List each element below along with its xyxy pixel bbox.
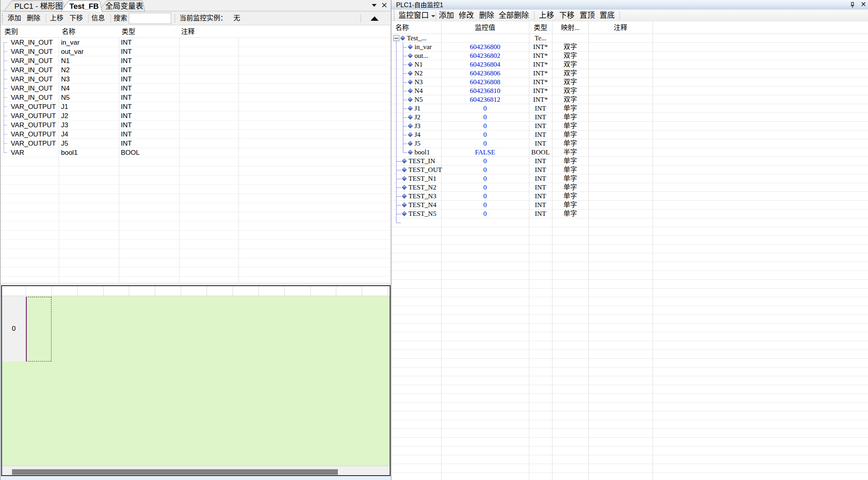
watch-modify-button[interactable]: 修改 bbox=[459, 10, 474, 22]
tab-list-dropdown-icon[interactable] bbox=[372, 4, 377, 7]
watch-row[interactable]: J3 0 INT 单字 bbox=[391, 122, 868, 130]
variable-gem-icon bbox=[408, 79, 413, 85]
watch-row[interactable]: N4 604236810 INT* 双字 bbox=[391, 87, 868, 95]
variable-gem-icon bbox=[408, 71, 413, 76]
variable-row[interactable]: VAR_IN_OUT N2 INT bbox=[0, 65, 391, 75]
watch-mapping: 双字 bbox=[552, 69, 588, 78]
toolbar-separator bbox=[88, 14, 89, 23]
column-header-name[interactable]: 名称 bbox=[395, 22, 409, 34]
watch-row[interactable]: TEST_N5 0 INT 单字 bbox=[391, 209, 868, 218]
watch-delete-button[interactable]: 删除 bbox=[479, 10, 494, 22]
variable-row[interactable]: VAR_OUTPUT J4 INT bbox=[0, 130, 391, 139]
watch-move-up-button[interactable]: 上移 bbox=[539, 10, 554, 22]
column-header-name[interactable]: 名称 bbox=[62, 26, 75, 38]
delete-variable-button[interactable]: 删除 bbox=[27, 12, 40, 25]
watch-row[interactable]: N1 604236804 INT* 双字 bbox=[391, 60, 868, 69]
watch-type: Te... bbox=[529, 34, 552, 43]
watch-type: INT bbox=[529, 113, 552, 122]
variable-row[interactable]: VAR_IN_OUT out_var INT bbox=[0, 47, 391, 56]
horizontal-splitter[interactable] bbox=[0, 282, 391, 285]
variable-row[interactable]: VAR_IN_OUT N1 INT bbox=[0, 56, 391, 65]
tree-branch bbox=[403, 144, 407, 144]
variable-category: VAR bbox=[11, 148, 24, 157]
watch-to-bottom-button[interactable]: 置底 bbox=[600, 10, 615, 22]
watch-close-icon[interactable]: × bbox=[860, 0, 866, 9]
scrollbar-thumb[interactable] bbox=[12, 469, 338, 475]
variable-category: VAR_OUTPUT bbox=[11, 111, 56, 120]
watch-row[interactable]: TEST_N2 0 INT 单字 bbox=[391, 183, 868, 192]
tree-collapse-icon[interactable] bbox=[393, 35, 399, 41]
watch-row[interactable]: N3 604236808 INT* 双字 bbox=[391, 78, 868, 87]
variable-category: VAR_IN_OUT bbox=[11, 75, 53, 84]
variable-row[interactable]: VAR_IN_OUT in_var INT bbox=[0, 38, 391, 47]
watch-mapping: 双字 bbox=[552, 78, 588, 87]
watch-row[interactable]: N5 604236812 INT* 双字 bbox=[391, 95, 868, 104]
watch-type: INT* bbox=[529, 95, 552, 104]
watch-row[interactable]: TEST_N3 0 INT 单字 bbox=[391, 192, 868, 201]
column-header-mapping[interactable]: 映射... bbox=[552, 22, 588, 34]
pin-icon[interactable] bbox=[849, 2, 856, 8]
column-header-value[interactable]: 监控值 bbox=[441, 22, 529, 34]
variable-row[interactable]: VAR_IN_OUT N4 INT bbox=[0, 84, 391, 93]
info-button[interactable]: 信息 bbox=[91, 12, 105, 25]
search-input[interactable] bbox=[129, 13, 171, 24]
tree-branch bbox=[4, 125, 7, 125]
tree-line bbox=[396, 139, 397, 148]
toolbar-separator bbox=[361, 14, 361, 23]
watch-row[interactable]: in_var 604236800 INT* 双字 bbox=[391, 43, 868, 51]
tab-test-fb[interactable]: Test_FB bbox=[69, 0, 99, 12]
variable-row[interactable]: VAR_IN_OUT N3 INT bbox=[0, 75, 391, 84]
watch-row[interactable]: J1 0 INT 单字 bbox=[391, 104, 868, 113]
watch-move-down-button[interactable]: 下移 bbox=[559, 10, 574, 22]
watch-add-button[interactable]: 添加 bbox=[439, 10, 454, 22]
watch-row[interactable]: J4 0 INT 单字 bbox=[391, 130, 868, 139]
watch-window-menu[interactable]: 监控窗口 bbox=[398, 10, 429, 22]
tree-line bbox=[396, 69, 397, 78]
column-header-comment[interactable]: 注释 bbox=[588, 22, 653, 34]
column-header-type[interactable]: 类型 bbox=[529, 22, 552, 34]
watch-row[interactable]: Test_... Te... bbox=[391, 34, 868, 43]
pane-close-icon[interactable]: × bbox=[381, 0, 388, 11]
collapse-up-icon[interactable] bbox=[371, 16, 379, 21]
watch-to-top-button[interactable]: 置顶 bbox=[580, 10, 595, 22]
watch-row[interactable]: TEST_N4 0 INT 单字 bbox=[391, 201, 868, 209]
variable-gem-icon bbox=[402, 211, 407, 216]
move-up-button[interactable]: 上移 bbox=[50, 12, 63, 25]
watch-row[interactable]: N2 604236806 INT* 双字 bbox=[391, 69, 868, 78]
variable-row[interactable]: VAR_OUTPUT J5 INT bbox=[0, 139, 391, 148]
variable-row[interactable]: VAR_OUTPUT J3 INT bbox=[0, 120, 391, 130]
watch-type: INT bbox=[529, 104, 552, 113]
watch-name: TEST_N5 bbox=[408, 209, 436, 218]
ladder-selected-cell[interactable] bbox=[26, 297, 51, 361]
move-down-button[interactable]: 下移 bbox=[69, 12, 83, 25]
watch-type: INT* bbox=[529, 69, 552, 78]
watch-row[interactable]: TEST_OUT 0 INT 单字 bbox=[391, 166, 868, 174]
menu-dropdown-icon[interactable] bbox=[431, 15, 435, 17]
watch-row[interactable]: TEST_N1 0 INT 单字 bbox=[391, 174, 868, 183]
watch-delete-all-button[interactable]: 全部删除 bbox=[499, 10, 529, 22]
variable-row[interactable]: VAR bool1 BOOL bbox=[0, 148, 391, 157]
tree-branch bbox=[403, 135, 407, 135]
tab-global-vars[interactable]: 全局变量表 bbox=[105, 0, 143, 12]
watch-row[interactable]: out... 604236802 INT* 双字 bbox=[391, 51, 868, 60]
column-header-comment[interactable]: 注释 bbox=[181, 26, 195, 38]
variable-category: VAR_IN_OUT bbox=[11, 47, 53, 56]
variable-gem-icon bbox=[408, 88, 413, 93]
variable-row[interactable]: VAR_OUTPUT J1 INT bbox=[0, 102, 391, 111]
ladder-horizontal-scrollbar[interactable] bbox=[2, 466, 390, 475]
add-variable-button[interactable]: 添加 bbox=[8, 12, 21, 25]
variable-gem-icon bbox=[408, 44, 413, 49]
ladder-row-header[interactable]: 0 bbox=[2, 296, 26, 361]
column-header-type[interactable]: 类型 bbox=[122, 26, 135, 38]
column-header-category[interactable]: 类别 bbox=[4, 26, 18, 38]
watch-name: out... bbox=[414, 51, 428, 60]
variable-row[interactable]: VAR_OUTPUT J2 INT bbox=[0, 111, 391, 120]
watch-row[interactable]: J2 0 INT 单字 bbox=[391, 113, 868, 122]
current-instance-value: 无 bbox=[233, 12, 240, 25]
watch-row[interactable]: TEST_IN 0 INT 单字 bbox=[391, 157, 868, 166]
variable-row[interactable]: VAR_IN_OUT N5 INT bbox=[0, 93, 391, 102]
watch-row[interactable]: J5 0 INT 单字 bbox=[391, 139, 868, 148]
watch-row[interactable]: bool1 FALSE BOOL 半字 bbox=[391, 148, 868, 157]
tab-plc1-ladder[interactable]: PLC1 - 梯形图 bbox=[14, 0, 63, 12]
tree-branch bbox=[4, 88, 7, 89]
